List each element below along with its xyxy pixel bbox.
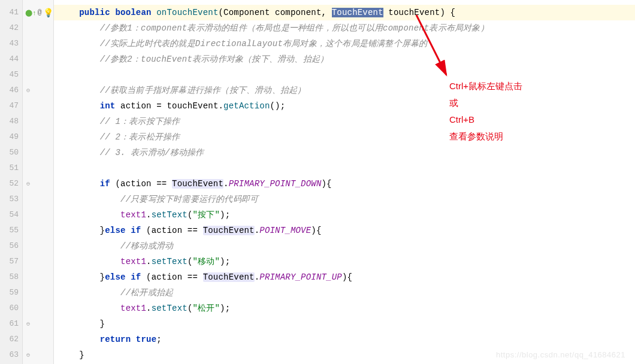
token-plain: (); [270, 101, 286, 111]
fold-toggle-icon[interactable]: ⊖ [25, 320, 30, 327]
token-prm: component [275, 8, 321, 17]
token-fn: setText [152, 257, 188, 266]
token-kw: boolean [115, 8, 151, 17]
gutter-marks-row: ⊖ [23, 83, 53, 98]
code-line[interactable]: text1.setText("移动"); [54, 254, 635, 269]
code-line[interactable]: //移动或滑动 [54, 238, 635, 254]
code-line[interactable]: //参数1：component表示滑动的组件（布局也是一种组件，所以也可以用co… [54, 20, 635, 36]
override-gutter-icon[interactable]: @ [38, 8, 42, 17]
gutter-marks-row: ⬤↑@💡 [23, 5, 53, 20]
token-plain [59, 241, 120, 251]
gutter-marks-row [23, 269, 53, 285]
code-line[interactable]: if (action == TouchEvent.PRIMARY_POINT_D… [54, 176, 635, 192]
code-line[interactable]: int action = touchEvent.getAction(); [54, 98, 635, 114]
annotation-line: Ctrl+鼠标左键点击 [449, 78, 522, 95]
token-plain: . [255, 226, 260, 235]
code-line[interactable]: }else if (action == TouchEvent.PRIMARY_P… [54, 269, 635, 285]
line-number: 44 [0, 51, 22, 67]
token-kw: int [100, 101, 116, 111]
token-cm: //参数2：touchEvent表示动作对象（按下、滑动、抬起） [100, 54, 329, 64]
line-number: 51 [0, 160, 22, 176]
token-plain: == [152, 179, 172, 189]
code-line[interactable]: //获取当前手指对屏幕进行操作（按下、滑动、抬起） [54, 83, 635, 98]
code-line[interactable] [54, 160, 635, 176]
gutter-marks-row [23, 98, 53, 114]
code-line[interactable]: public boolean onTouchEvent(Component co… [54, 5, 635, 20]
code-line[interactable]: text1.setText("按下"); [54, 207, 635, 223]
code-line[interactable]: text1.setText("松开"); [54, 301, 635, 316]
token-plain: , [322, 8, 332, 17]
gutter-marks-row: ⊖ [23, 316, 53, 332]
token-fn: onTouchEvent [156, 8, 218, 17]
line-number: 41 [0, 5, 22, 20]
token-plain: . [218, 101, 223, 111]
line-number: 52 [0, 176, 22, 192]
fold-toggle-icon[interactable]: ⊖ [25, 87, 30, 94]
token-cm: //实际上此时代表的就是DirectionalLayout布局对象，这个布局是铺… [100, 39, 428, 48]
line-number: 49 [0, 129, 22, 145]
gutter-marks-row [23, 238, 53, 254]
token-plain: (Component [218, 8, 275, 17]
token-plain [59, 288, 120, 298]
line-number: 45 [0, 67, 22, 83]
code-editor[interactable]: 4142434445464748495051525354555657585960… [0, 0, 635, 364]
fold-toggle-icon[interactable]: ⊖ [25, 351, 30, 359]
token-fn: getAction [223, 101, 270, 111]
token-plain: ( [141, 226, 151, 235]
gutter-marks-row [23, 285, 53, 301]
code-line[interactable]: //参数2：touchEvent表示动作对象（按下、滑动、抬起） [54, 51, 635, 67]
token-cm: //参数1：component表示滑动的组件（布局也是一种组件，所以也可以用co… [100, 23, 489, 33]
token-selword: TouchEvent [332, 8, 383, 17]
token-cm: // 3. 表示滑动/移动操作 [100, 148, 204, 157]
annotation-line: 查看参数说明 [449, 128, 522, 145]
token-plain: ){ [322, 179, 332, 189]
code-line[interactable]: // 2：表示松开操作 [54, 129, 635, 145]
token-plain: . [146, 257, 152, 266]
code-line[interactable]: //只要写按下时需要运行的代码即可 [54, 192, 635, 207]
code-line[interactable]: return true; [54, 332, 635, 347]
gutter-marks-row: ⊖ [23, 176, 53, 192]
code-line[interactable]: } [54, 316, 635, 332]
code-line[interactable]: //松开或抬起 [54, 285, 635, 301]
gutter-marks-row [23, 192, 53, 207]
line-number: 53 [0, 192, 22, 207]
token-prm: touchEvent [388, 8, 440, 17]
code-area[interactable]: public boolean onTouchEvent(Component co… [54, 0, 635, 364]
token-plain [59, 8, 79, 17]
code-line[interactable]: //实际上此时代表的就是DirectionalLayout布局对象，这个布局是铺… [54, 36, 635, 51]
gutter-marks-row [23, 223, 53, 238]
token-id: action [152, 226, 183, 235]
line-number: 55 [0, 223, 22, 238]
code-line[interactable] [54, 67, 635, 83]
token-plain: } [59, 350, 84, 360]
line-number: 42 [0, 20, 22, 36]
gutter-marks-row: ⊖ [23, 347, 53, 363]
fold-toggle-icon[interactable]: ⊖ [25, 180, 30, 187]
run-gutter-icon[interactable]: ⬤↑ [25, 9, 37, 17]
line-number: 61 [0, 316, 22, 332]
line-number: 63 [0, 347, 22, 363]
line-number: 46 [0, 83, 22, 98]
code-line[interactable]: // 1：表示按下操作 [54, 114, 635, 129]
annotation-line: 或 [449, 95, 522, 111]
gutter-marks-row [23, 301, 53, 316]
token-cm: // 1：表示按下操作 [100, 117, 180, 126]
code-line[interactable]: // 3. 表示滑动/移动操作 [54, 145, 635, 160]
token-fld: text1 [120, 210, 146, 220]
line-number: 50 [0, 145, 22, 160]
marker-gutter: ⬤↑@💡⊖⊖⊖⊖ [23, 0, 54, 364]
token-kw: else if [105, 272, 141, 282]
token-plain: } [59, 319, 105, 329]
token-plain [152, 8, 157, 17]
token-plain [115, 101, 120, 111]
token-plain: ); [220, 257, 230, 266]
token-prm: touchEvent [167, 101, 218, 111]
token-plain [59, 117, 100, 126]
code-line[interactable]: }else if (action == TouchEvent.POINT_MOV… [54, 223, 635, 238]
token-kw: else if [105, 226, 141, 235]
line-number: 62 [0, 332, 22, 347]
token-plain: ) { [440, 8, 455, 17]
token-plain: == [182, 272, 202, 282]
intention-bulb-icon[interactable]: 💡 [43, 8, 53, 18]
line-number: 58 [0, 269, 22, 285]
